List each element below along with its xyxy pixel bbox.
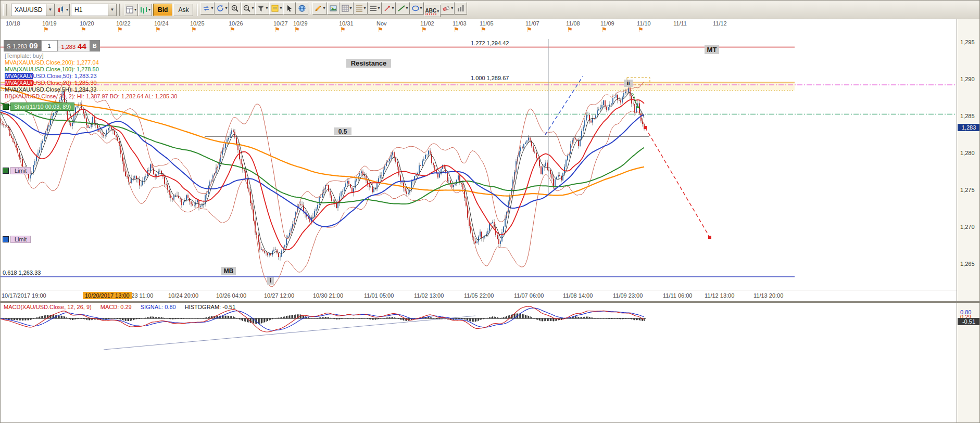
current-price-tag: 1,283 bbox=[958, 124, 980, 131]
sell-button[interactable]: S 1,283 09 bbox=[4, 40, 41, 52]
dropdown-arrow-icon[interactable]: ▾ bbox=[266, 6, 268, 10]
panel-separator[interactable] bbox=[1, 301, 980, 303]
ma5-line bbox=[1, 92, 644, 254]
toolbar-grip[interactable] bbox=[3, 4, 7, 16]
signal-value-label: SIGNAL: 0.80 bbox=[141, 304, 176, 310]
dropdown-arrow-icon[interactable]: ▾ bbox=[406, 6, 408, 10]
insert-image-icon bbox=[329, 4, 337, 12]
ellipse-tools-icon bbox=[411, 4, 420, 12]
limit-marker-icon bbox=[3, 236, 9, 242]
annotation-i[interactable]: i bbox=[267, 277, 274, 285]
timeframe-combo[interactable]: H1 ▼ bbox=[71, 4, 117, 16]
limit-order-badge-1[interactable]: Limit bbox=[3, 167, 31, 174]
price-tick-label: 1,265 bbox=[960, 261, 975, 267]
scroll-sync-icon[interactable]: ▾ bbox=[200, 2, 215, 15]
bb-lower-line bbox=[1, 111, 644, 286]
dropdown-arrow-icon[interactable]: ▾ bbox=[211, 6, 213, 10]
chart-style-icon bbox=[140, 6, 148, 14]
dropdown-arrow-icon[interactable]: ▾ bbox=[378, 6, 380, 10]
dropdown-arrow-icon[interactable]: ▾ bbox=[225, 6, 227, 10]
fibonacci-tools-icon[interactable]: ▾ bbox=[354, 2, 368, 15]
dropdown-arrow-icon[interactable]: ▾ bbox=[280, 6, 282, 10]
crosshair-cursor-icon[interactable] bbox=[283, 2, 296, 15]
buy-label[interactable]: B bbox=[90, 40, 100, 52]
buy-button[interactable]: 1,283 44 bbox=[58, 40, 90, 52]
price-axis[interactable]: 1,2951,2901,2851,2801,2751,2701,2651,283… bbox=[957, 19, 980, 423]
annotation-MB[interactable]: MB bbox=[221, 267, 236, 275]
ask-button[interactable]: Ask bbox=[173, 4, 193, 16]
annotation-MT[interactable]: MT bbox=[705, 45, 719, 54]
macd-panel[interactable]: MACD(XAU/USD.Close, 12, 26, 9) MACD: 0.2… bbox=[1, 303, 957, 423]
macd-canvas[interactable] bbox=[1, 303, 957, 423]
zoom-in-icon[interactable] bbox=[229, 2, 241, 15]
projection-start-marker[interactable] bbox=[644, 126, 647, 129]
text-label-button[interactable]: ABC▾ bbox=[424, 5, 441, 17]
bid-button[interactable]: Bid bbox=[153, 4, 172, 16]
dropdown-arrow-icon[interactable]: ▾ bbox=[437, 9, 439, 14]
dropdown-arrow-icon[interactable]: ▾ bbox=[350, 6, 352, 10]
notes-icon[interactable]: ▾ bbox=[269, 2, 283, 15]
projection-end-marker[interactable] bbox=[708, 236, 711, 239]
symbol-combo[interactable]: XAU/USD ▼ bbox=[11, 4, 55, 16]
draw-pencil-icon[interactable]: ▾ bbox=[312, 2, 326, 15]
dropdown-arrow-icon[interactable]: ▾ bbox=[134, 7, 136, 12]
selected-time-tick: 10/20/2017 13:00 bbox=[83, 292, 132, 299]
main-toolbar: XAU/USD ▼ ▾ H1 ▼ ▾▾ Bid Ask ▾▾▾▾▾▾▾▾▾▾▾▾… bbox=[1, 1, 979, 19]
annotation-Resistance[interactable]: Resistance bbox=[346, 59, 391, 68]
dropdown-arrow-icon[interactable]: ▾ bbox=[420, 6, 422, 10]
fibonacci-tools-icon bbox=[355, 4, 363, 12]
draw-pencil-icon bbox=[314, 4, 322, 12]
dropdown-arrow-icon[interactable]: ▾ bbox=[392, 6, 394, 10]
horizontal-line-tools-icon[interactable]: ▾ bbox=[368, 2, 382, 15]
arrow-tools-icon[interactable]: ▾ bbox=[382, 2, 396, 15]
up-candles bbox=[30, 88, 638, 257]
dropdown-arrow-icon[interactable]: ▾ bbox=[323, 6, 325, 10]
objects-panel-icon[interactable] bbox=[455, 2, 467, 15]
trendline-tools-icon[interactable]: ▾ bbox=[396, 2, 410, 15]
eraser-icon[interactable]: ▾ bbox=[441, 2, 455, 15]
macd-title-label: MACD(XAU/USD.Close, 12, 26, 9) bbox=[4, 304, 92, 310]
limit-order-badge-2[interactable]: Limit bbox=[3, 236, 31, 243]
toolbar-separator bbox=[119, 4, 121, 16]
price-chart-area[interactable]: 1.272 1,294.421.000 1,289.670.50.618 1,2… bbox=[1, 19, 957, 290]
dropdown-arrow-icon[interactable]: ▾ bbox=[66, 7, 68, 12]
chart-style-icon[interactable]: ▾ bbox=[138, 4, 152, 16]
symbol-chart-icon[interactable]: ▾ bbox=[56, 4, 70, 16]
svg-text:Resistance: Resistance bbox=[351, 59, 387, 67]
annotation-ii[interactable]: ii bbox=[624, 80, 633, 87]
insert-image-icon[interactable] bbox=[327, 2, 340, 15]
dropdown-arrow-icon[interactable]: ▾ bbox=[451, 6, 453, 10]
zoom-out-icon[interactable]: ▾ bbox=[241, 2, 255, 15]
horizontal-line-tools-icon bbox=[369, 4, 378, 12]
short-position-badge[interactable]: Short(11/10 00:03, 89) bbox=[3, 102, 74, 111]
arrow-tools-icon bbox=[383, 4, 392, 12]
symbol-dropdown-arrow[interactable]: ▼ bbox=[46, 4, 54, 16]
projection-line[interactable] bbox=[645, 127, 710, 237]
histogram-value-label: HISTOGRAM: -0.51 bbox=[185, 304, 236, 310]
macd-histogram-axis-value: -0.51 bbox=[958, 318, 980, 325]
quantity-field[interactable]: 1 bbox=[41, 40, 58, 52]
dropdown-arrow-icon[interactable]: ▾ bbox=[364, 6, 366, 10]
limit-order-label-2: Limit bbox=[10, 236, 31, 243]
position-marker-icon bbox=[3, 104, 9, 110]
chart-layout-icon[interactable]: ▾ bbox=[124, 4, 138, 16]
quantity-value: 1 bbox=[48, 43, 51, 49]
price-tick-label: 1,290 bbox=[960, 76, 975, 82]
price-tick-label: 1,295 bbox=[960, 39, 975, 45]
timeframe-dropdown-arrow[interactable]: ▼ bbox=[108, 4, 116, 16]
dropdown-arrow-icon[interactable]: ▾ bbox=[148, 7, 150, 12]
auto-scale-icon[interactable]: ▾ bbox=[255, 2, 269, 15]
refresh-icon[interactable]: ▾ bbox=[215, 2, 229, 15]
abc-text-icon: ABC bbox=[425, 8, 437, 15]
dropdown-arrow-icon[interactable]: ▾ bbox=[252, 6, 254, 10]
time-axis[interactable]: 10/17/2017 19:0010/20/2017 13:0010/23 11… bbox=[1, 290, 957, 302]
publish-globe-icon[interactable] bbox=[296, 2, 308, 15]
indicator-legend-line: BB(XAU/USD.Close, 20, 2): HI: 1,287.97 B… bbox=[5, 93, 177, 100]
level-label: 0.618 1,263.33 bbox=[3, 270, 41, 276]
toolbar-separator bbox=[196, 4, 198, 16]
chart-layout-icon bbox=[125, 6, 134, 14]
buy-price-pips: 44 bbox=[78, 42, 86, 50]
ellipse-tools-icon[interactable]: ▾ bbox=[410, 2, 424, 15]
grid-settings-icon[interactable]: ▾ bbox=[340, 2, 354, 15]
price-tick-label: 1,285 bbox=[960, 113, 975, 119]
